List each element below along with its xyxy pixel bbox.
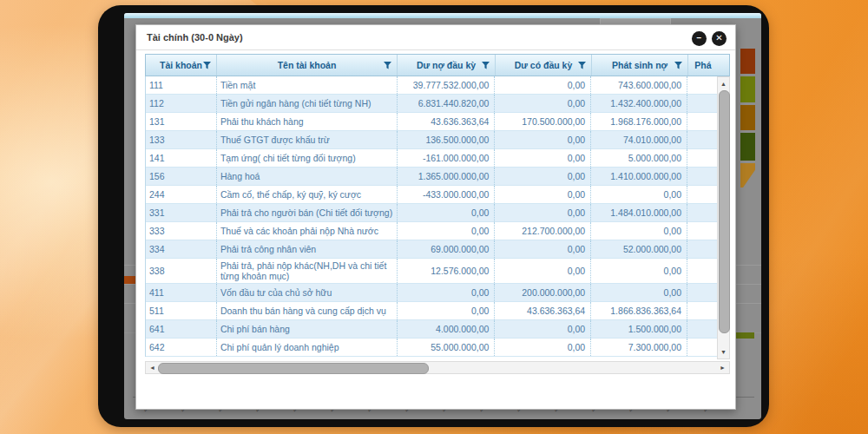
table-cell: Tạm ứng( chi tiết từng đối tượng) (217, 149, 398, 167)
table-cell: 0,00 (495, 240, 591, 258)
table-cell: -161.000.000,00 (398, 149, 496, 167)
vertical-scrollbar[interactable]: ▲ ▼ (717, 76, 730, 359)
column-header-opening-credit[interactable]: Dư có đầu kỳ (496, 55, 592, 76)
table-cell: 0,00 (495, 131, 591, 148)
scroll-right-arrow[interactable]: ► (717, 362, 728, 373)
table-cell: 43.636.363,64 (398, 113, 496, 130)
column-header-clipped[interactable]: Phá (688, 55, 718, 76)
modal-separator (136, 49, 735, 50)
table-cell: Phải trả, phải nộp khác(NH,DH và chi tiế… (217, 259, 398, 283)
vertical-scroll-thumb[interactable] (719, 90, 730, 333)
table-cell: 0,00 (398, 204, 496, 221)
table-cell: 0,00 (398, 222, 496, 240)
table-row[interactable]: 244Cầm cố, thế chấp, ký quỹ, ký cược-433… (146, 186, 717, 204)
table-cell: 7.300.000,00 (591, 339, 687, 356)
table-cell: Phải thu khách hàng (217, 113, 398, 130)
table-row[interactable]: 641Chi phí bán hàng4.000.000,000,001.500… (146, 320, 717, 339)
table-cell: 1.866.836.363,64 (591, 302, 687, 319)
table-cell: Phải trả cho người bán (Chi tiết đối tượ… (217, 204, 398, 221)
column-header-label: Dư nợ đầu kỳ (417, 60, 476, 70)
table-cell (687, 76, 717, 94)
table-cell: Tiền mặt (217, 76, 398, 94)
close-button[interactable]: ✕ (712, 31, 727, 46)
table-row[interactable]: 411Vốn đầu tư của chủ sở hữu0,00200.000.… (146, 284, 717, 302)
table-cell: 1.968.176.000,00 (591, 113, 687, 130)
table-cell (687, 240, 717, 258)
table-row[interactable]: 141Tạm ứng( chi tiết từng đối tượng)-161… (146, 149, 717, 168)
table-cell: 212.700.000,00 (495, 222, 591, 240)
scroll-down-arrow[interactable]: ▼ (718, 346, 729, 358)
column-header-account-name[interactable]: Tên tài khoản (217, 55, 398, 76)
table-cell (687, 320, 717, 338)
table-row[interactable]: 334Phải trả công nhân viên69.000.000,000… (146, 240, 717, 259)
table-cell: Cầm cố, thế chấp, ký quỹ, ký cược (217, 186, 398, 203)
table-cell: 0,00 (495, 149, 591, 167)
table-cell (687, 259, 717, 283)
app-window: 20202020202020202020202020202020 Tài chí… (124, 13, 761, 419)
filter-icon[interactable] (202, 61, 212, 72)
table-cell: 141 (146, 149, 217, 167)
table-cell: 133 (146, 131, 217, 148)
column-header-label: Phá (694, 60, 711, 70)
table-row[interactable]: 112Tiền gửi ngân hàng (chi tiết từng NH)… (146, 95, 717, 113)
horizontal-scrollbar[interactable]: ◄ ► (145, 361, 730, 374)
table-cell: 112 (146, 95, 217, 112)
filter-icon[interactable] (577, 61, 587, 72)
column-header-account[interactable]: Tài khoản (146, 55, 217, 76)
column-header-label: Tài khoản (160, 60, 202, 70)
table-row[interactable]: 642Chi phí quản lý doanh nghiệp55.000.00… (146, 339, 717, 357)
column-header-label: Dư có đầu kỳ (515, 60, 573, 70)
table-cell: 244 (146, 186, 217, 203)
table-cell (687, 149, 717, 167)
table-cell: 0,00 (495, 320, 591, 338)
table-cell (687, 131, 717, 148)
table-cell: 52.000.000,00 (591, 240, 687, 258)
table-cell: 12.576.000,00 (398, 259, 496, 283)
accounts-grid: Tài khoản Tên tài khoản Dư (145, 54, 730, 357)
filter-icon[interactable] (674, 61, 683, 72)
column-header-label: Tên tài khoản (278, 60, 337, 70)
legend-color-block (740, 105, 755, 130)
filter-icon[interactable] (383, 61, 392, 72)
scroll-left-arrow[interactable]: ◄ (147, 362, 158, 373)
table-cell: 69.000.000,00 (398, 240, 496, 258)
table-row[interactable]: 156Hàng hoá1.365.000.000,000,001.410.000… (146, 168, 717, 186)
table-row[interactable]: 111Tiền mặt39.777.532.000,000,00743.600.… (146, 76, 717, 95)
table-cell (687, 302, 717, 319)
desktop-background: 20202020202020202020202020202020 Tài chí… (0, 0, 868, 434)
table-cell: 131 (146, 113, 217, 130)
table-cell: 156 (146, 168, 217, 185)
column-header-opening-debit[interactable]: Dư nợ đầu kỳ (398, 55, 496, 76)
column-header-debit-incurred[interactable]: Phát sinh nợ (592, 55, 688, 76)
table-row[interactable]: 333Thuế và các khoản phải nộp Nhà nước0,… (146, 222, 717, 240)
table-row[interactable]: 338Phải trả, phải nộp khác(NH,DH và chi … (146, 259, 717, 284)
table-cell: 1.484.010.000,00 (591, 204, 687, 221)
minimize-button[interactable]: − (692, 31, 707, 46)
table-cell: 0,00 (398, 302, 496, 319)
table-cell: 0,00 (591, 259, 687, 283)
table-cell: Chi phí bán hàng (217, 320, 398, 338)
table-row[interactable]: 511Doanh thu bán hàng và cung cấp dịch v… (146, 302, 717, 320)
table-cell: Thuế GTGT được khấu trừ (217, 131, 398, 148)
horizontal-scroll-thumb[interactable] (158, 363, 429, 374)
chart-bar-fragment (736, 332, 754, 339)
filter-icon[interactable] (481, 61, 490, 72)
table-row[interactable]: 133Thuế GTGT được khấu trừ136.500.000,00… (146, 131, 717, 149)
table-cell (687, 113, 717, 130)
table-cell (687, 222, 717, 240)
table-cell: Vốn đầu tư của chủ sở hữu (217, 284, 398, 301)
table-cell: 1.500.000,00 (591, 320, 687, 338)
table-cell (687, 95, 717, 112)
chart-legend-fragment (740, 49, 755, 190)
table-cell: 1.365.000.000,00 (398, 168, 496, 185)
scroll-up-arrow[interactable]: ▲ (718, 78, 729, 89)
table-cell: 0,00 (495, 259, 591, 283)
table-cell: Hàng hoá (217, 168, 398, 185)
table-cell: 0,00 (495, 76, 591, 94)
table-cell: 0,00 (591, 186, 687, 203)
table-row[interactable]: 331Phải trả cho người bán (Chi tiết đối … (146, 204, 717, 222)
table-row[interactable]: 131Phải thu khách hàng43.636.363,64170.5… (146, 113, 717, 131)
table-cell: 0,00 (398, 284, 496, 301)
table-cell: 0,00 (495, 95, 591, 112)
table-cell: 170.500.000,00 (495, 113, 591, 130)
